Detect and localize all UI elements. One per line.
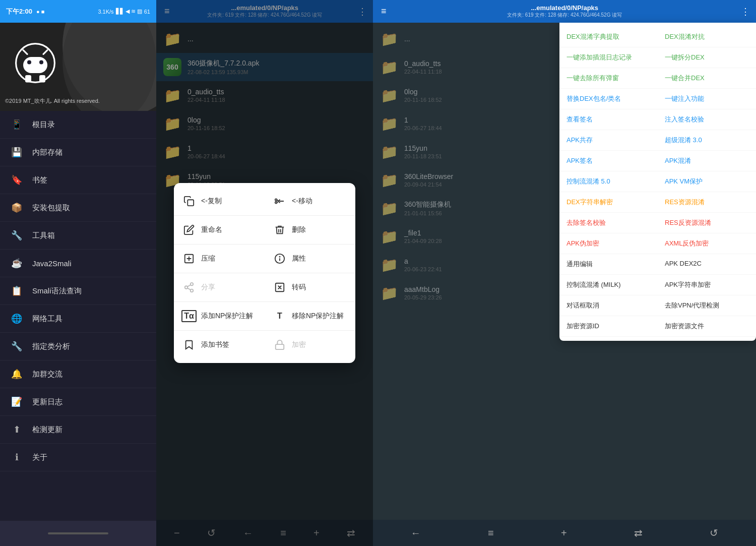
nav-item-class-analysis[interactable]: 🔧 指定类分析 bbox=[0, 333, 156, 360]
bottom-bar-panel1 bbox=[0, 521, 156, 546]
dropdown-flow-obf-milk[interactable]: 控制流混淆 (MILK) bbox=[559, 275, 658, 295]
dropdown-dex-dict-extract[interactable]: DEX混淆字典提取 bbox=[559, 27, 658, 47]
ctx-encrypt[interactable]: 加密 bbox=[265, 332, 355, 358]
overflow-menu-panel3[interactable]: ⋮ bbox=[741, 6, 750, 17]
dropdown-remove-vpn[interactable]: 去除VPN/代理检测 bbox=[658, 295, 756, 316]
toolbox-icon: 🔧 bbox=[10, 229, 23, 242]
internal-icon: 💾 bbox=[10, 146, 23, 159]
nav-label-network: 网络工具 bbox=[32, 314, 62, 324]
context-menu: <-复制 <-移动 重命名 bbox=[174, 183, 355, 363]
dropdown-inject-sig[interactable]: 注入签名校验 bbox=[658, 109, 756, 130]
ctx-move-label: <-移动 bbox=[292, 197, 312, 206]
ctx-remove-np[interactable]: T 移除NP保护注解 bbox=[265, 303, 355, 329]
ctx-encrypt-label: 加密 bbox=[292, 340, 306, 349]
ctx-convert[interactable]: 转码 bbox=[265, 274, 355, 300]
dropdown-replace-pkg[interactable]: 替换DEX包名/类名 bbox=[559, 89, 658, 109]
dropdown-merge-dex[interactable]: 一键合并DEX bbox=[658, 68, 756, 89]
dropdown-remove-sig-verify[interactable]: 去除签名校验 bbox=[559, 213, 658, 233]
panel3-file-manager: ≡ ...emulated/0/NP/apks 文件夹: 619 文件: 128… bbox=[373, 0, 756, 546]
apk-extract-icon: 📦 bbox=[10, 201, 23, 214]
ctx-copy[interactable]: <-复制 bbox=[174, 188, 265, 214]
ctx-add-bookmark[interactable]: 添加书签 bbox=[174, 332, 265, 358]
nav-label-changelog: 更新日志 bbox=[32, 397, 62, 407]
dropdown-apk-dex2c[interactable]: APK DEX2C bbox=[658, 254, 756, 275]
dropdown-dex-str-decrypt[interactable]: DEX字符串解密 bbox=[559, 192, 658, 213]
nav-list: 📱 根目录 💾 内部存储 🔖 书签 📦 安装包提取 🔧 工具箱 ☕ Java2S… bbox=[0, 111, 156, 521]
hamburger-icon-panel3[interactable]: ≡ bbox=[379, 4, 389, 19]
dropdown-row-5: 查看签名 注入签名校验 bbox=[559, 109, 756, 130]
nav-label-smali: Smali语法查询 bbox=[32, 286, 82, 296]
dropdown-dex-obf-resist[interactable]: DEX混淆对抗 bbox=[658, 27, 756, 47]
dropdown-super-obf[interactable]: 超级混淆 3.0 bbox=[658, 130, 756, 151]
nav-item-network[interactable]: 🌐 网络工具 bbox=[0, 305, 156, 333]
nav-item-internal[interactable]: 💾 内部存储 bbox=[0, 139, 156, 166]
dropdown-axml-de-fake[interactable]: AXML反伪加密 bbox=[658, 233, 756, 254]
transfer-btn-panel3[interactable]: ⇄ bbox=[630, 523, 647, 543]
dropdown-one-key-split[interactable]: 一键拆分DEX bbox=[658, 47, 756, 68]
nav-label-bookmarks: 书签 bbox=[32, 175, 47, 185]
folder-icon-p3-0log: 📁 bbox=[380, 86, 398, 104]
dropdown-enc-res-file[interactable]: 加密资源文件 bbox=[658, 316, 756, 337]
nav-item-bookmarks[interactable]: 🔖 书签 bbox=[0, 166, 156, 194]
status-icons-right: 3.1K/s ▋▋ ◀ ≋ ▨ 61 bbox=[98, 8, 150, 15]
nav-item-root[interactable]: 📱 根目录 bbox=[0, 111, 156, 139]
nav-item-changelog[interactable]: 📝 更新日志 bbox=[0, 388, 156, 416]
ctx-rename-label: 重命名 bbox=[201, 225, 222, 234]
context-menu-overlay: <-复制 <-移动 重命名 bbox=[156, 0, 373, 546]
dropdown-row-8: 控制流混淆 5.0 APK VM保护 bbox=[559, 171, 756, 192]
dropdown-apk-sign[interactable]: APK签名 bbox=[559, 151, 658, 171]
back-btn-panel3[interactable]: ← bbox=[407, 523, 425, 543]
dropdown-flow-obf50[interactable]: 控制流混淆 5.0 bbox=[559, 171, 658, 192]
status-bar-panel3: ≡ ...emulated/0/NP/apks 文件夹: 619 文件: 128… bbox=[373, 0, 756, 23]
nav-item-java2smali[interactable]: ☕ Java2Smali bbox=[0, 250, 156, 277]
nav-label-class-analysis: 指定类分析 bbox=[32, 342, 70, 351]
folder-icon-p3-file1: 📁 bbox=[380, 227, 398, 246]
svg-point-17 bbox=[185, 286, 188, 289]
svg-line-5 bbox=[43, 50, 47, 54]
nav-item-smali[interactable]: 📋 Smali语法查询 bbox=[0, 277, 156, 305]
ctx-compress[interactable]: 压缩 bbox=[174, 246, 265, 272]
nav-label-join-group: 加群交流 bbox=[32, 370, 62, 379]
nav-item-check-update[interactable]: ⬆ 检测更新 bbox=[0, 416, 156, 444]
rename-icon bbox=[182, 223, 196, 237]
dropdown-res-obf[interactable]: RES资源混淆 bbox=[658, 192, 756, 213]
dropdown-apk-obf[interactable]: APK混淆 bbox=[658, 151, 756, 171]
dropdown-general-edit[interactable]: 通用编辑 bbox=[559, 254, 658, 275]
dropdown-enc-res-id[interactable]: 加密资源ID bbox=[559, 316, 658, 337]
svg-point-18 bbox=[191, 289, 194, 292]
ctx-row-6: 添加书签 加密 bbox=[174, 332, 355, 358]
svg-rect-8 bbox=[187, 200, 194, 206]
dropdown-apk-vm[interactable]: APK VM保护 bbox=[658, 171, 756, 192]
nav-item-join-group[interactable]: 🔔 加群交流 bbox=[0, 360, 156, 388]
remove-np-icon: T bbox=[273, 309, 287, 323]
dropdown-dialog-cancel[interactable]: 对话框取消 bbox=[559, 295, 658, 316]
ctx-add-np[interactable]: Tα 添加NP保护注解 bbox=[174, 303, 265, 329]
dropdown-view-sig[interactable]: 查看签名 bbox=[559, 109, 658, 130]
svg-line-19 bbox=[187, 288, 191, 290]
dropdown-res-deobf[interactable]: RES反资源混淆 bbox=[658, 213, 756, 233]
dropdown-apk-str-enc[interactable]: APK字符串加密 bbox=[658, 275, 756, 295]
smali-icon: 📋 bbox=[10, 284, 23, 297]
nav-item-about[interactable]: ℹ 关于 bbox=[0, 444, 156, 471]
nav-label-root: 根目录 bbox=[32, 120, 55, 130]
add-btn-panel3[interactable]: + bbox=[557, 523, 571, 543]
ctx-delete[interactable]: 删除 bbox=[265, 217, 355, 243]
dropdown-inject-func[interactable]: 一键注入功能 bbox=[658, 89, 756, 109]
dropdown-remove-popups[interactable]: 一键去除所有弹窗 bbox=[559, 68, 658, 89]
ctx-divider-3 bbox=[174, 273, 355, 273]
ctx-delete-label: 删除 bbox=[292, 225, 306, 234]
ctx-rename[interactable]: 重命名 bbox=[174, 217, 265, 243]
folder-icon-p3-mtblog: 📁 bbox=[380, 284, 398, 302]
dropdown-one-key-log[interactable]: 一键添加插混日志记录 bbox=[559, 47, 658, 68]
folder-icon-p3-audio: 📁 bbox=[380, 58, 398, 76]
dropdown-apk-fake-enc[interactable]: APK伪加密 bbox=[559, 233, 658, 254]
nav-item-toolbox[interactable]: 🔧 工具箱 bbox=[0, 222, 156, 250]
ctx-move[interactable]: <-移动 bbox=[265, 188, 355, 214]
dropdown-apk-coexist[interactable]: APK共存 bbox=[559, 130, 658, 151]
menu-btn-panel3[interactable]: ≡ bbox=[484, 523, 498, 543]
svg-point-2 bbox=[27, 60, 31, 64]
ctx-properties[interactable]: 属性 bbox=[265, 246, 355, 272]
refresh-btn-panel3[interactable]: ↺ bbox=[706, 523, 722, 543]
nav-item-apk-extract[interactable]: 📦 安装包提取 bbox=[0, 194, 156, 222]
ctx-share[interactable]: 分享 bbox=[174, 274, 265, 300]
